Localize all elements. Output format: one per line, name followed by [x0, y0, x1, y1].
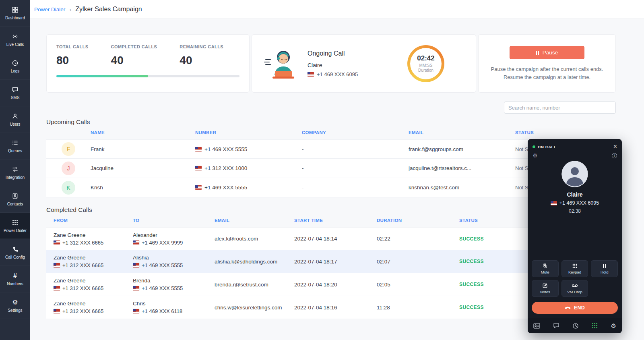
notes-button[interactable]: Notes: [532, 280, 559, 297]
us-flag-icon: [551, 201, 557, 205]
start-time-cell: 2022-07-04 18:14: [294, 236, 377, 242]
from-cell: Zane Greene+1 312 XXX 6665: [46, 232, 133, 246]
duration-cell: 02:05: [377, 282, 459, 288]
col-header-status: STATUS: [515, 130, 616, 135]
to-cell: Alexander+1 469 XXX 9999: [133, 232, 215, 246]
ongoing-call-info: Ongoing Call Claire +1 469 XXX 6095: [308, 50, 358, 77]
contact-number: +1 469 XXX 5555: [195, 185, 302, 191]
start-time-cell: 2022-07-04 18:20: [294, 282, 377, 288]
mute-button[interactable]: Mute: [532, 260, 559, 277]
contact-number: +1 469 XXX 5555: [195, 146, 302, 152]
upcoming-table-header: NAME NUMBER COMPANY EMAIL STATUS: [46, 126, 616, 139]
call-duration-value: 02:42: [417, 54, 434, 62]
contact-email: jacquline.t@rtsrealtors.c...: [409, 165, 515, 171]
contact-avatar: F: [62, 142, 75, 156]
keypad-button[interactable]: Keypad: [561, 260, 588, 277]
pause-card: Pause Pause the campaign after the curre…: [478, 34, 616, 93]
sidebar-item-dashboard[interactable]: Dashboard: [0, 0, 30, 27]
sidebar-item-sms[interactable]: SMS: [0, 80, 30, 106]
col-header-number: NUMBER: [195, 130, 302, 135]
us-flag-icon: [54, 309, 60, 313]
close-icon[interactable]: ×: [613, 143, 617, 150]
sidebar-item-settings[interactable]: ⚙ Settings: [0, 292, 30, 319]
hold-button[interactable]: Hold: [591, 260, 618, 277]
contact-company: -: [302, 146, 409, 152]
dialpad-icon[interactable]: [592, 323, 598, 329]
to-cell: Brenda+1 469 XXX 5555: [133, 278, 215, 291]
hold-icon: [603, 263, 607, 269]
integration-icon: [12, 166, 19, 173]
email-cell: alishia.k@sdholdings.com: [215, 259, 294, 265]
info-icon[interactable]: i: [612, 153, 617, 158]
contact-card-icon[interactable]: [533, 323, 540, 329]
col-header-duration: DURATION: [377, 218, 459, 223]
pause-icon: [536, 51, 539, 55]
us-flag-icon: [54, 286, 60, 290]
history-icon[interactable]: [572, 323, 579, 329]
from-cell: Zane Greene+1 312 XXX 6665: [46, 301, 133, 314]
duration-cell: 02:07: [377, 259, 459, 265]
on-call-status: ON CALL: [533, 145, 556, 149]
duration-cell: 11:28: [377, 305, 459, 311]
gear-icon[interactable]: ⚙: [533, 153, 538, 158]
topbar: Power Dialer › Zylker Sales Campaign: [30, 0, 644, 19]
sidebar-item-queues[interactable]: Queues: [0, 133, 30, 160]
remaining-calls-stat: REMAINING CALLS 40: [180, 44, 223, 67]
sidebar: Dashboard Live Calls Logs SMS Users Queu…: [0, 0, 30, 340]
sms-icon: [12, 86, 19, 93]
mute-icon: [542, 263, 548, 269]
caller-name: Claire: [528, 191, 622, 198]
sidebar-item-integration[interactable]: Integration: [0, 160, 30, 186]
sidebar-item-users[interactable]: Users: [0, 106, 30, 133]
sidebar-item-logs[interactable]: Logs: [0, 53, 30, 80]
call-duration-ring: 02:42 MM:SS Duration: [407, 45, 444, 82]
sidebar-item-call-config[interactable]: Call Config: [0, 239, 30, 266]
contact-avatar: J: [62, 162, 75, 175]
to-cell: Alishia+1 469 XXX 5555: [133, 255, 215, 268]
search-input[interactable]: [504, 102, 616, 114]
col-header-email: EMAIL: [215, 218, 294, 223]
contact-email: krishnan.s@test.com: [409, 185, 515, 191]
email-cell: alex.k@roots.com: [215, 236, 294, 242]
stats-card: TOTAL CALLS 80 COMPLETED CALLS 40 REMAIN…: [46, 34, 250, 93]
us-flag-icon: [195, 147, 202, 151]
from-cell: Zane Greene+1 312 XXX 6665: [46, 255, 133, 268]
sidebar-item-numbers[interactable]: # Numbers: [0, 266, 30, 292]
settings-icon[interactable]: ⚙: [611, 323, 616, 329]
contact-company: -: [302, 165, 409, 171]
chat-icon[interactable]: [553, 323, 559, 329]
phone-icon: [565, 306, 571, 310]
col-header-to: TO: [133, 218, 215, 223]
us-flag-icon: [54, 240, 60, 245]
sidebar-item-power-dialer[interactable]: Power Dialer: [0, 213, 30, 239]
total-calls-stat: TOTAL CALLS 80: [56, 44, 89, 67]
contact-company: -: [302, 185, 409, 191]
contact-name: Krish: [91, 185, 195, 191]
caller-avatar: [561, 161, 588, 187]
contact-name: Frank: [91, 146, 195, 152]
power-dialer-icon: [12, 219, 18, 226]
ongoing-caller-name: Claire: [308, 62, 358, 68]
end-call-button[interactable]: END: [532, 302, 618, 314]
upcoming-calls-title: Upcoming Calls: [46, 118, 616, 126]
breadcrumb-separator: ›: [69, 6, 71, 13]
contacts-icon: [12, 193, 19, 200]
summary-cards: TOTAL CALLS 80 COMPLETED CALLS 40 REMAIN…: [46, 34, 616, 93]
numbers-icon: #: [13, 272, 17, 280]
col-header-from: FROM: [46, 218, 133, 223]
contact-email: frank.f@sggroups.com: [409, 146, 515, 152]
dashboard-icon: [12, 6, 19, 14]
on-call-dot-icon: [533, 145, 535, 148]
contact-avatar: K: [62, 181, 75, 195]
us-flag-icon: [195, 185, 202, 190]
breadcrumb-parent-link[interactable]: Power Dialer: [34, 6, 65, 12]
to-cell: Chris+1 469 XXX 6118: [133, 301, 215, 314]
page-title: Zylker Sales Campaign: [75, 6, 142, 13]
vm-drop-button[interactable]: VM Drop: [561, 280, 588, 297]
pause-campaign-button[interactable]: Pause: [510, 46, 584, 59]
queues-icon: [12, 139, 19, 147]
sidebar-item-live-calls[interactable]: Live Calls: [0, 27, 30, 53]
ongoing-call-title: Ongoing Call: [308, 50, 358, 57]
agent-illustration: [262, 45, 299, 82]
sidebar-item-contacts[interactable]: Contacts: [0, 186, 30, 213]
